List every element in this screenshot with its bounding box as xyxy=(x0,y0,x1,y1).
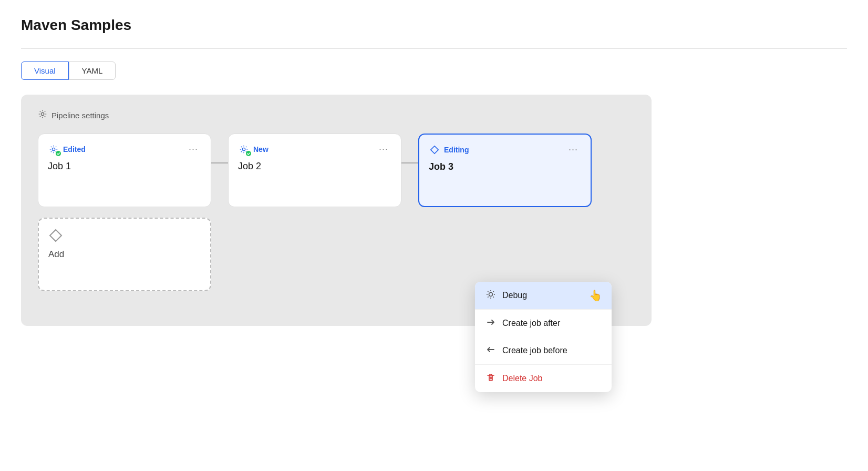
job3-status-label: Editing xyxy=(444,146,469,154)
context-delete-label: Delete Job xyxy=(502,374,543,383)
header-divider xyxy=(21,48,847,49)
job1-more-button[interactable]: ··· xyxy=(185,142,201,156)
trash-icon xyxy=(485,372,496,385)
context-menu-debug[interactable]: Debug 👆 xyxy=(475,282,612,309)
tab-bar: Visual YAML xyxy=(21,62,847,80)
job2-title-row: New xyxy=(238,144,268,155)
debug-icon xyxy=(485,289,496,302)
job-card-1[interactable]: Edited ··· Job 1 xyxy=(38,134,211,207)
connector-1-2 xyxy=(211,134,228,163)
svg-point-1 xyxy=(52,148,55,150)
page: Maven Samples Visual YAML Pipeline setti… xyxy=(0,0,868,471)
arrow-left-icon xyxy=(485,344,496,357)
context-debug-label: Debug xyxy=(502,291,527,300)
job1-name: Job 1 xyxy=(48,161,201,172)
job2-more-button[interactable]: ··· xyxy=(376,142,391,156)
pipeline-area: Pipeline settings xyxy=(21,95,652,326)
job2-name: Job 2 xyxy=(238,161,391,172)
gear-icon xyxy=(38,109,47,121)
context-menu: Debug 👆 Create job after xyxy=(475,282,612,392)
add-card-label: Add xyxy=(48,249,64,260)
job1-title-row: Edited xyxy=(48,144,86,155)
connector-line-2 xyxy=(401,162,418,163)
job2-status-icon xyxy=(238,144,250,155)
job-card-3[interactable]: Editing ··· Job 3 D xyxy=(418,134,592,207)
cursor-icon: 👆 xyxy=(589,289,602,302)
page-title: Maven Samples xyxy=(21,17,847,34)
pipeline-settings-header: Pipeline settings xyxy=(38,109,635,121)
add-job-card[interactable]: Add xyxy=(38,218,211,291)
svg-point-4 xyxy=(246,151,251,156)
svg-point-2 xyxy=(56,151,61,156)
job2-status-label: New xyxy=(253,145,268,153)
job3-title-row: Editing xyxy=(429,144,469,156)
connector-line-1 xyxy=(211,162,228,163)
svg-point-0 xyxy=(41,112,44,115)
jobs-row: Edited ··· Job 1 xyxy=(38,134,635,207)
job3-status-icon xyxy=(429,144,440,156)
context-menu-create-before[interactable]: Create job before xyxy=(475,337,612,364)
job3-name: Job 3 xyxy=(429,161,581,172)
add-diamond-icon xyxy=(48,228,63,245)
job3-more-button[interactable]: ··· xyxy=(565,143,581,156)
job3-header: Editing ··· xyxy=(429,143,581,156)
tab-yaml[interactable]: YAML xyxy=(69,62,116,80)
svg-point-5 xyxy=(489,293,493,296)
context-create-before-label: Create job before xyxy=(502,346,567,355)
job1-status-icon xyxy=(48,144,59,155)
arrow-right-icon xyxy=(485,317,496,330)
job1-status-label: Edited xyxy=(63,145,86,153)
job2-header: New ··· xyxy=(238,142,391,156)
context-create-after-label: Create job after xyxy=(502,319,560,328)
connector-2-3 xyxy=(401,134,418,163)
svg-point-3 xyxy=(242,148,245,150)
job1-header: Edited ··· xyxy=(48,142,201,156)
job-card-2[interactable]: New ··· Job 2 xyxy=(228,134,401,207)
context-menu-create-after[interactable]: Create job after xyxy=(475,310,612,337)
pipeline-settings-label: Pipeline settings xyxy=(51,111,109,120)
context-menu-delete[interactable]: Delete Job xyxy=(475,365,612,392)
tab-visual[interactable]: Visual xyxy=(21,62,69,80)
